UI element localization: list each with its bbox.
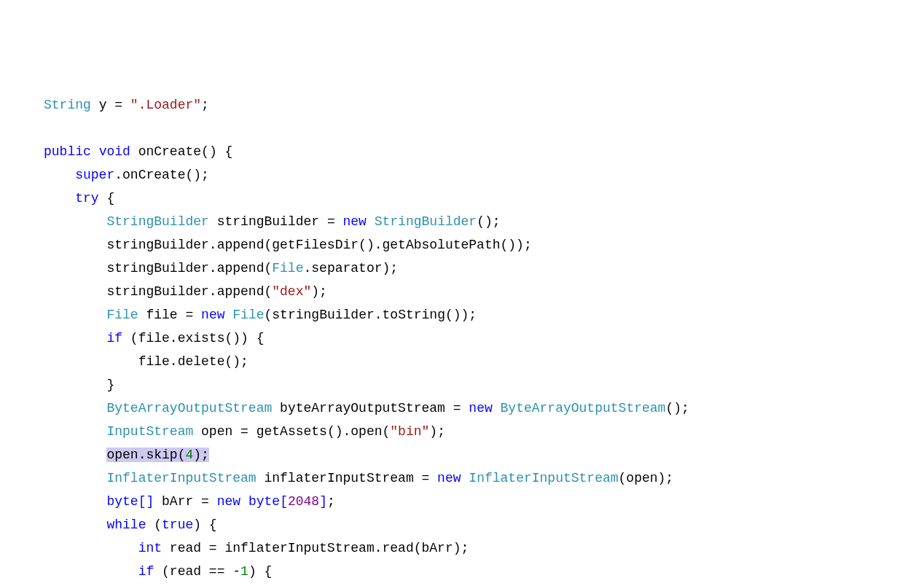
code-line: file.delete(); xyxy=(44,354,248,369)
code-line: int read = inflaterInputStream.read(bArr… xyxy=(44,541,469,555)
code-line: String y = ".Loader"; xyxy=(44,98,209,112)
code-line: StringBuilder stringBuilder = new String… xyxy=(44,214,501,229)
code-line: InflaterInputStream inflaterInputStream … xyxy=(44,471,673,485)
code-line-highlighted: open.skip(4); xyxy=(44,448,209,462)
code-line: while (true) { xyxy=(44,517,217,532)
code-line: super.onCreate(); xyxy=(44,168,209,182)
code-line: } xyxy=(44,378,114,392)
code-block: String y = ".Loader"; public void onCrea… xyxy=(0,93,924,586)
code-line: if (file.exists()) { xyxy=(44,331,264,345)
blank-line xyxy=(44,121,52,136)
code-line: InputStream open = getAssets().open("bin… xyxy=(44,424,445,439)
code-line: try { xyxy=(44,191,114,206)
code-line: stringBuilder.append("dex"); xyxy=(44,284,327,299)
code-line: stringBuilder.append(File.separator); xyxy=(44,261,398,276)
code-line: stringBuilder.append(getFilesDir().getAb… xyxy=(44,238,532,252)
code-line: byte[] bArr = new byte[2048]; xyxy=(44,494,335,509)
code-line: public void onCreate() { xyxy=(44,144,232,159)
code-line: ByteArrayOutputStream byteArrayOutputStr… xyxy=(44,401,689,415)
code-line: File file = new File(stringBuilder.toStr… xyxy=(44,308,477,322)
code-line: if (read == -1) { xyxy=(44,564,272,579)
